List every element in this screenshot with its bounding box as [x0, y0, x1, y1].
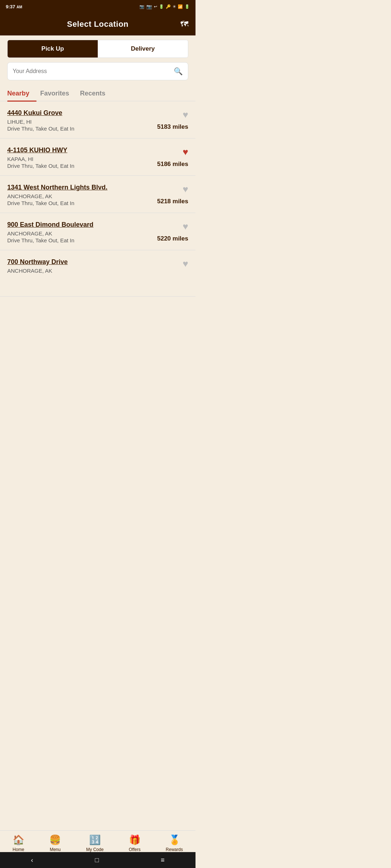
tab-favorites[interactable]: Favorites — [40, 85, 76, 101]
favorite-icon[interactable]: ♥ — [183, 221, 188, 232]
location-right: ♥ 5218 miles — [145, 184, 188, 205]
delivery-tab[interactable]: Delivery — [98, 40, 188, 58]
location-right: ♥ — [145, 258, 188, 269]
location-city: LIHUE, HI — [7, 119, 145, 125]
table-row[interactable]: 900 East Dimond Boulevard ANCHORAGE, AK … — [0, 213, 196, 250]
location-filter-tabs: Nearby Favorites Recents — [0, 85, 196, 101]
location-city: ANCHORAGE, AK — [7, 193, 145, 199]
location-miles: 5183 miles — [157, 123, 188, 131]
status-bar: 9:37 AM 📷 📷 ↩ 🔋 🔑 ✳ 📶 🔋 — [0, 0, 196, 13]
favorite-icon[interactable]: ♥ — [183, 146, 188, 158]
location-right: ♥ 5183 miles — [145, 109, 188, 131]
location-miles: 5218 miles — [157, 198, 188, 205]
key-icon: 🔑 — [166, 4, 171, 9]
location-info: 1341 West Northern Lights Blvd. ANCHORAG… — [7, 184, 145, 206]
bluetooth-icon: ✳ — [173, 4, 176, 9]
favorite-icon[interactable]: ♥ — [183, 109, 188, 120]
nfc-icon: ↩ — [154, 4, 157, 9]
location-miles: 5220 miles — [157, 235, 188, 242]
location-address: 900 East Dimond Boulevard — [7, 221, 145, 229]
location-address: 1341 West Northern Lights Blvd. — [7, 184, 145, 191]
table-row[interactable]: 4-1105 KUHIO HWY KAPAA, HI Drive Thru, T… — [0, 139, 196, 176]
favorite-icon[interactable]: ♥ — [183, 258, 188, 269]
location-right: ♥ 5186 miles — [145, 146, 188, 168]
tab-nearby[interactable]: Nearby — [7, 85, 37, 101]
search-bar: 🔍 — [7, 62, 188, 80]
battery-alert-icon: 🔋 — [159, 4, 164, 9]
status-time: 9:37 AM — [6, 4, 22, 9]
location-info: 700 Northway Drive ANCHORAGE, AK — [7, 258, 145, 275]
location-city: ANCHORAGE, AK — [7, 268, 145, 274]
address-input[interactable] — [13, 68, 174, 75]
location-services: Drive Thru, Take Out, Eat In — [7, 163, 145, 169]
tab-recents[interactable]: Recents — [80, 85, 113, 101]
instagram-icon: 📷 — [146, 4, 152, 9]
location-info: 4-1105 KUHIO HWY KAPAA, HI Drive Thru, T… — [7, 146, 145, 169]
status-icons: 📷 📷 ↩ 🔋 🔑 ✳ 📶 🔋 — [139, 4, 190, 9]
location-services: Drive Thru, Take Out, Eat In — [7, 125, 145, 132]
search-icon[interactable]: 🔍 — [174, 67, 183, 76]
location-services: Drive Thru, Take Out, Eat In — [7, 237, 145, 243]
camera-icon: 📷 — [139, 4, 144, 9]
favorite-icon[interactable]: ♥ — [183, 184, 188, 195]
table-row[interactable]: 700 Northway Drive ANCHORAGE, AK ♥ — [0, 250, 196, 297]
location-city: KAPAA, HI — [7, 156, 145, 162]
signal-icon: 📶 — [178, 4, 183, 9]
location-info: 900 East Dimond Boulevard ANCHORAGE, AK … — [7, 221, 145, 243]
location-services: Drive Thru, Take Out, Eat In — [7, 200, 145, 206]
page-title: Select Location — [67, 20, 129, 29]
location-right: ♥ 5220 miles — [145, 221, 188, 242]
location-address: 4-1105 KUHIO HWY — [7, 146, 145, 154]
location-miles: 5186 miles — [157, 161, 188, 168]
location-list: 4440 Kukui Grove LIHUE, HI Drive Thru, T… — [0, 101, 196, 297]
header: Select Location 🗺 — [0, 13, 196, 35]
location-address: 700 Northway Drive — [7, 258, 145, 266]
pickup-tab[interactable]: Pick Up — [8, 40, 98, 58]
table-row[interactable]: 1341 West Northern Lights Blvd. ANCHORAG… — [0, 176, 196, 213]
location-address: 4440 Kukui Grove — [7, 109, 145, 117]
location-city: ANCHORAGE, AK — [7, 230, 145, 237]
map-icon[interactable]: 🗺 — [180, 20, 188, 29]
battery-icon: 🔋 — [185, 4, 190, 9]
table-row[interactable]: 4440 Kukui Grove LIHUE, HI Drive Thru, T… — [0, 101, 196, 139]
order-type-toggle: Pick Up Delivery — [7, 40, 188, 58]
location-info: 4440 Kukui Grove LIHUE, HI Drive Thru, T… — [7, 109, 145, 132]
